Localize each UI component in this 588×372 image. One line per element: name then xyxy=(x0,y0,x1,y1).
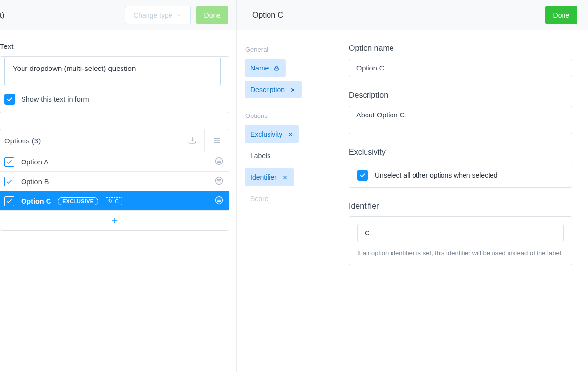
close-icon xyxy=(287,131,294,138)
left-title-fragment: t) xyxy=(0,11,7,19)
chip-label: Exclusivity xyxy=(250,130,282,138)
app-root: t) Change type Done Text Your dropdown (… xyxy=(0,0,588,372)
identifier-panel: If an option identifier is set, this ide… xyxy=(349,216,572,265)
add-option-button[interactable] xyxy=(0,210,229,230)
identifier-badge: C xyxy=(105,197,122,205)
show-text-checkbox[interactable] xyxy=(4,94,15,105)
chip-label: Identifier xyxy=(250,173,277,181)
middle-title: Option C xyxy=(252,11,283,20)
option-more[interactable] xyxy=(214,195,224,207)
exclusivity-label: Exclusivity xyxy=(349,148,572,157)
text-section-label: Text xyxy=(0,42,16,50)
chip-label: Labels xyxy=(250,152,270,160)
options-header: Options (3) xyxy=(0,129,229,152)
check-icon xyxy=(6,96,13,103)
exclusive-badge: EXCLUSIVE xyxy=(58,197,98,205)
description-input[interactable]: About Option C. xyxy=(349,106,572,134)
left-panel: t) Change type Done Text Your dropdown (… xyxy=(0,0,237,372)
option-checkbox[interactable] xyxy=(4,196,14,206)
field-option-name: Option name xyxy=(349,44,572,77)
chip-labels[interactable]: Labels xyxy=(245,147,276,164)
identifier-label: Identifier xyxy=(349,202,572,210)
field-exclusivity: Exclusivity Unselect all other options w… xyxy=(349,148,572,188)
menu-icon xyxy=(212,136,222,145)
menu-button[interactable] xyxy=(204,129,229,152)
show-text-row: Show this text in form xyxy=(4,94,229,105)
left-header: t) Change type Done xyxy=(0,0,236,30)
option-checkbox[interactable] xyxy=(4,157,14,167)
left-done-button[interactable]: Done xyxy=(196,6,228,24)
right-header: Done xyxy=(333,0,588,30)
tag-icon xyxy=(108,199,113,203)
options-header-icons xyxy=(180,129,229,152)
identifier-hint: If an option identifier is set, this ide… xyxy=(357,248,564,258)
right-done-button[interactable]: Done xyxy=(545,6,577,24)
more-icon xyxy=(214,156,224,166)
change-type-button[interactable]: Change type xyxy=(125,6,190,24)
option-checkbox[interactable] xyxy=(4,177,14,186)
exclusivity-checkbox[interactable] xyxy=(357,170,368,181)
check-icon xyxy=(6,178,13,185)
chip-identifier[interactable]: Identifier xyxy=(245,168,294,186)
identifier-input[interactable] xyxy=(357,224,564,242)
option-label: Option A xyxy=(21,158,207,166)
exclusivity-panel: Unselect all other options when selected xyxy=(349,163,572,188)
option-name-input[interactable] xyxy=(349,59,572,77)
option-row-c[interactable]: Option C EXCLUSIVE C xyxy=(0,191,229,210)
right-done-label: Done xyxy=(553,11,569,19)
check-icon xyxy=(6,159,13,165)
option-label: Option B xyxy=(21,178,207,186)
plus-icon xyxy=(110,216,119,225)
exclusivity-toggle-label: Unselect all other options when selected xyxy=(375,171,498,179)
more-icon xyxy=(214,176,224,186)
option-name-label: Option name xyxy=(349,44,572,53)
option-more[interactable] xyxy=(214,176,224,187)
left-body: Text Your dropdown (multi-select) questi… xyxy=(0,30,236,231)
check-icon xyxy=(359,172,366,179)
more-icon xyxy=(214,195,224,205)
option-row-b[interactable]: Option B xyxy=(0,171,229,191)
chip-name[interactable]: Name xyxy=(245,59,286,77)
svg-point-11 xyxy=(109,200,110,201)
option-more[interactable] xyxy=(214,156,224,167)
close-icon xyxy=(290,87,296,93)
option-row-a[interactable]: Option A xyxy=(0,152,229,171)
options-card: Options (3) Option A xyxy=(0,129,229,231)
lock-icon xyxy=(273,65,280,71)
field-description: Description About Option C. xyxy=(349,91,572,134)
chevron-down-icon xyxy=(176,12,182,18)
show-text-label: Show this text in form xyxy=(21,95,89,103)
check-icon xyxy=(6,198,13,205)
option-label: Option C xyxy=(21,197,51,205)
chip-score: Score xyxy=(245,190,274,208)
right-body: Option name Description About Option C. … xyxy=(333,30,588,279)
text-card: Your dropdown (multi-select) question Sh… xyxy=(0,56,229,113)
chip-label: Description xyxy=(250,86,285,93)
middle-panel: Option C General Name Description Option… xyxy=(237,0,333,372)
left-done-label: Done xyxy=(204,11,220,19)
identifier-badge-text: C xyxy=(115,198,119,204)
chip-description[interactable]: Description xyxy=(245,81,302,98)
middle-body: General Name Description Options Exclusi… xyxy=(237,30,333,219)
right-panel: Done Option name Description About Optio… xyxy=(333,0,588,372)
options-title: Options (3) xyxy=(4,137,41,145)
chip-label: Name xyxy=(250,64,269,72)
description-label: Description xyxy=(349,91,572,100)
left-header-actions: Change type Done xyxy=(125,6,228,24)
change-type-label: Change type xyxy=(133,11,172,19)
close-icon xyxy=(282,174,288,181)
group-label-general: General xyxy=(245,46,325,53)
field-identifier: Identifier If an option identifier is se… xyxy=(349,202,572,265)
import-button[interactable] xyxy=(180,129,204,152)
middle-header: Option C xyxy=(237,0,333,30)
question-input[interactable]: Your dropdown (multi-select) question xyxy=(4,57,221,86)
chip-label: Score xyxy=(250,195,269,203)
group-label-options: Options xyxy=(245,112,325,119)
import-icon xyxy=(187,136,197,145)
chip-exclusivity[interactable]: Exclusivity xyxy=(245,125,299,143)
svg-rect-18 xyxy=(275,68,279,70)
